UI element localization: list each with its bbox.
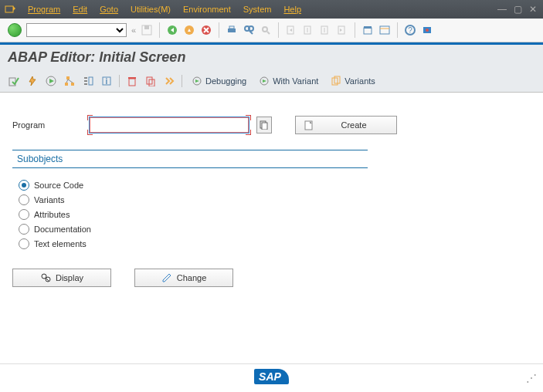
svg-rect-7 <box>229 26 234 29</box>
print-icon[interactable] <box>226 24 238 36</box>
minimize-icon[interactable]: — <box>497 4 507 15</box>
exit-icon[interactable] <box>183 24 195 36</box>
debugging-button[interactable]: Debugging <box>188 74 249 88</box>
resize-handle[interactable]: ⋰ <box>526 372 537 384</box>
next-page-icon <box>319 24 331 36</box>
radio-attributes[interactable]: Attributes <box>19 209 361 220</box>
enter-icon[interactable] <box>8 23 22 37</box>
object-list-icon[interactable] <box>82 75 94 87</box>
svg-point-10 <box>249 26 253 31</box>
svg-rect-29 <box>71 83 74 86</box>
svg-point-24 <box>426 29 429 32</box>
maximize-icon[interactable]: ▢ <box>512 4 523 15</box>
history-icon[interactable]: « <box>131 25 136 35</box>
display-button[interactable]: Display <box>12 269 111 287</box>
svg-rect-27 <box>66 76 70 79</box>
radio-text-elements[interactable]: Text elements <box>19 238 361 249</box>
svg-point-11 <box>263 27 267 32</box>
find-icon[interactable] <box>243 24 255 36</box>
change-button[interactable]: Change <box>134 269 233 287</box>
program-label: Program <box>12 120 82 130</box>
svg-text:?: ? <box>408 26 412 35</box>
svg-rect-33 <box>129 79 135 86</box>
svg-rect-2 <box>144 25 149 29</box>
application-toolbar: i Debugging With Variant Variants <box>0 70 543 93</box>
svg-rect-19 <box>380 26 389 34</box>
cancel-icon[interactable] <box>200 24 212 36</box>
last-page-icon <box>336 24 348 36</box>
svg-rect-34 <box>128 77 136 79</box>
menu-help[interactable]: Help <box>283 5 301 14</box>
svg-rect-30 <box>89 77 93 85</box>
create-button[interactable]: Create <box>295 116 397 134</box>
svg-rect-42 <box>262 123 267 130</box>
svg-line-12 <box>267 32 270 34</box>
standard-toolbar: « ? <box>0 19 543 42</box>
where-used-icon[interactable] <box>63 75 76 87</box>
svg-point-46 <box>46 277 50 282</box>
svg-rect-0 <box>5 6 13 12</box>
new-window-icon[interactable] <box>361 24 374 36</box>
rename-icon[interactable] <box>163 75 175 87</box>
help-icon[interactable]: ? <box>404 24 416 36</box>
content-area: Program Create Subobjects Source Code Va… <box>0 93 543 295</box>
first-page-icon <box>285 24 297 36</box>
radio-source-code[interactable]: Source Code <box>19 180 361 191</box>
sap-logo: SAP <box>254 369 289 384</box>
subobjects-group: Subobjects Source Code Variants Attribut… <box>12 150 368 287</box>
screen-title: ABAP Editor: Initial Screen <box>0 45 543 70</box>
close-icon[interactable]: ✕ <box>528 4 538 15</box>
command-field[interactable] <box>26 23 127 37</box>
svg-line-45 <box>46 279 49 281</box>
check-icon[interactable] <box>8 75 20 87</box>
program-input[interactable] <box>90 117 249 133</box>
radio-documentation[interactable]: Documentation <box>19 224 361 235</box>
svg-rect-6 <box>228 29 236 32</box>
with-variant-button[interactable]: With Variant <box>256 74 321 88</box>
execute-icon[interactable] <box>45 75 57 87</box>
new-session-icon[interactable] <box>5 4 15 15</box>
svg-rect-17 <box>364 28 372 34</box>
menu-system[interactable]: System <box>243 5 272 14</box>
settings-icon[interactable] <box>421 24 433 36</box>
svg-text:i: i <box>106 77 108 86</box>
menu-goto[interactable]: Goto <box>100 5 118 14</box>
variants-button[interactable]: Variants <box>327 74 378 88</box>
find-next-icon <box>260 24 272 36</box>
copy-icon[interactable] <box>144 75 157 87</box>
menu-program[interactable]: Program <box>28 5 60 14</box>
search-help-button[interactable] <box>256 117 272 133</box>
info-icon[interactable]: i <box>100 75 113 87</box>
menu-utilities[interactable]: Utilities(M) <box>131 5 171 14</box>
menu-edit[interactable]: Edit <box>73 5 87 14</box>
menu-environment[interactable]: Environment <box>183 5 231 14</box>
subobjects-title: Subobjects <box>12 150 368 168</box>
svg-rect-18 <box>364 26 372 29</box>
delete-icon[interactable] <box>126 75 138 87</box>
menubar: Program Edit Goto Utilities(M) Environme… <box>0 0 543 19</box>
footer: SAP <box>0 363 543 384</box>
radio-variants[interactable]: Variants <box>19 194 361 205</box>
back-icon[interactable] <box>166 24 178 36</box>
activate-icon[interactable] <box>26 75 39 87</box>
svg-rect-28 <box>65 83 68 86</box>
save-icon <box>141 24 153 36</box>
prev-page-icon <box>302 24 314 36</box>
layout-icon[interactable] <box>378 24 391 36</box>
